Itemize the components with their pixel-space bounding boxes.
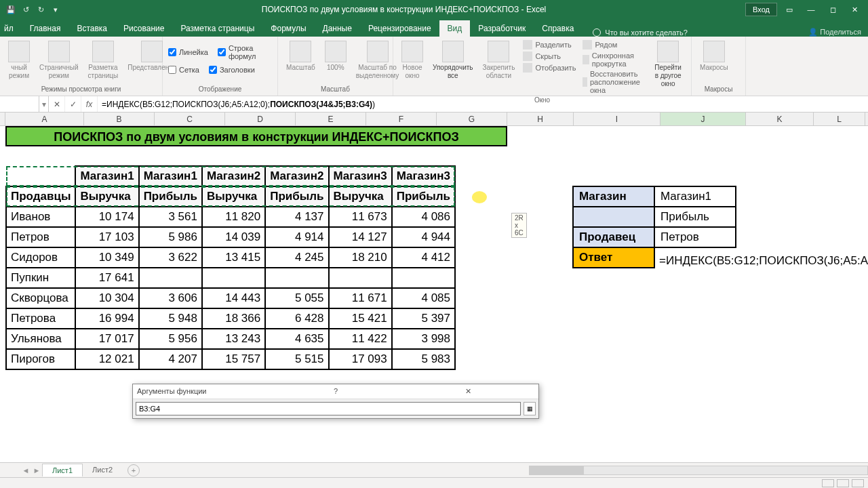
cell-C4[interactable]: Прибыль <box>139 186 202 207</box>
side-r2-label[interactable] <box>573 207 654 227</box>
col-L[interactable]: L <box>814 113 865 125</box>
side-r3-val[interactable]: Петров <box>654 227 736 247</box>
sheet-tab-2[interactable]: Лист2 <box>83 464 122 476</box>
cell-C3[interactable]: Магазин1 <box>139 166 202 186</box>
col-J[interactable]: J <box>660 113 746 125</box>
col-F[interactable]: F <box>366 113 437 125</box>
table-cell[interactable] <box>265 268 328 288</box>
new-window-button[interactable]: Новое окно <box>399 39 426 81</box>
horizontal-scrollbar[interactable] <box>529 466 868 475</box>
table-cell[interactable]: 17 103 <box>75 227 138 247</box>
col-K[interactable]: K <box>746 113 814 125</box>
tab-insert[interactable]: Вставка <box>68 20 115 37</box>
view-pagebreak-icon[interactable] <box>852 479 864 487</box>
table-cell[interactable]: 12 021 <box>75 349 138 369</box>
table-cell[interactable]: 10 304 <box>75 288 138 308</box>
table-cell[interactable]: 15 757 <box>202 349 265 369</box>
view-layout-icon[interactable] <box>837 479 849 487</box>
ribbon-options-icon[interactable]: ▭ <box>780 3 799 16</box>
tab-draw[interactable]: Рисование <box>115 20 172 37</box>
table-cell[interactable]: 14 039 <box>202 227 265 247</box>
close-icon[interactable]: ✕ <box>845 3 864 16</box>
table-cell[interactable]: 5 515 <box>265 349 328 369</box>
reset-pos-button[interactable]: Восстановить расположение окна <box>581 69 646 95</box>
dialog-range-input[interactable] <box>136 402 521 415</box>
table-cell[interactable]: 5 055 <box>265 288 328 308</box>
view-normal-icon[interactable] <box>822 479 834 487</box>
table-cell[interactable]: Петров <box>6 227 75 247</box>
dialog-help-icon[interactable]: ? <box>269 387 401 396</box>
table-cell[interactable]: 18 210 <box>329 247 392 268</box>
cell-D4[interactable]: Выручка <box>202 186 265 207</box>
undo-icon[interactable]: ↺ <box>19 3 33 16</box>
table-cell[interactable]: 4 944 <box>392 227 455 247</box>
table-cell[interactable]: 4 635 <box>265 329 328 349</box>
table-cell[interactable]: 4 245 <box>265 247 328 268</box>
table-cell[interactable]: 6 428 <box>265 308 328 329</box>
side-r2-val[interactable]: Прибыль <box>654 207 736 227</box>
table-cell[interactable]: 5 397 <box>392 308 455 329</box>
cell-F4[interactable]: Выручка <box>329 186 392 207</box>
col-B[interactable]: B <box>84 113 155 125</box>
col-C[interactable]: C <box>155 113 225 125</box>
table-cell[interactable]: Пирогов <box>6 349 75 369</box>
freeze-panes-button[interactable]: Закрепить области <box>480 39 518 81</box>
side-r1-val[interactable]: Магазин1 <box>654 186 736 207</box>
pagelayout-view-button[interactable]: Разметка страницы <box>85 39 121 81</box>
tab-pagelayout[interactable]: Разметка страницы <box>172 20 262 37</box>
sheet-tab-1[interactable]: Лист1 <box>42 464 83 476</box>
table-cell[interactable]: Сидоров <box>6 247 75 268</box>
gridlines-checkbox[interactable]: Сетка <box>168 65 199 75</box>
table-cell[interactable]: 4 137 <box>265 207 328 227</box>
table-cell[interactable]: 16 994 <box>75 308 138 329</box>
tab-review[interactable]: Рецензирование <box>360 20 439 37</box>
macros-button[interactable]: Макросы <box>697 39 731 73</box>
cell-D3[interactable]: Магазин2 <box>202 166 265 186</box>
col-G[interactable]: G <box>437 113 507 125</box>
headings-checkbox[interactable]: Заголовки <box>209 65 255 75</box>
table-cell[interactable] <box>139 268 202 288</box>
hide-button[interactable]: Скрыть <box>521 51 577 62</box>
dialog-close-icon[interactable]: ✕ <box>402 387 534 396</box>
table-cell[interactable]: 17 093 <box>329 349 392 369</box>
col-H[interactable]: H <box>507 113 574 125</box>
formula-input[interactable]: =ИНДЕКС(B5:G12;ПОИСКПОЗ(J6;A5:A12;0);ПОИ… <box>98 96 868 112</box>
sync-scroll-button[interactable]: Синхронная прокрутка <box>581 51 646 68</box>
select-all-corner[interactable] <box>0 113 5 125</box>
table-cell[interactable]: Иванов <box>6 207 75 227</box>
qat-more-icon[interactable]: ▾ <box>49 3 62 16</box>
table-cell[interactable]: 5 983 <box>392 349 455 369</box>
table-cell[interactable]: 3 998 <box>392 329 455 349</box>
table-cell[interactable]: 3 561 <box>139 207 202 227</box>
tab-help[interactable]: Справка <box>534 20 582 37</box>
table-cell[interactable]: 18 366 <box>202 308 265 329</box>
sheet-nav-prev-icon[interactable]: ◄ <box>20 466 31 474</box>
formulabar-checkbox[interactable]: Строка формул <box>218 43 272 61</box>
tab-formulas[interactable]: Формулы <box>262 20 314 37</box>
table-cell[interactable]: Ульянова <box>6 329 75 349</box>
table-cell[interactable]: 11 673 <box>329 207 392 227</box>
side-r3-label[interactable]: Продавец <box>573 227 654 247</box>
cell-G4[interactable]: Прибыль <box>392 186 455 207</box>
confirm-edit-icon[interactable]: ✓ <box>65 96 81 112</box>
cell-E3[interactable]: Магазин2 <box>265 166 328 186</box>
unhide-button[interactable]: Отобразить <box>521 62 577 73</box>
table-cell[interactable]: 14 127 <box>329 227 392 247</box>
table-cell[interactable]: 4 412 <box>392 247 455 268</box>
normal-view-button[interactable]: чный режим <box>5 39 33 81</box>
table-cell[interactable]: 11 671 <box>329 288 392 308</box>
cell-A4[interactable]: Продавцы <box>6 186 75 207</box>
table-cell[interactable]: Пупкин <box>6 268 75 288</box>
table-cell[interactable]: 5 948 <box>139 308 202 329</box>
split-button[interactable]: Разделить <box>521 39 577 50</box>
tab-view[interactable]: Вид <box>439 20 471 37</box>
table-cell[interactable]: 3 622 <box>139 247 202 268</box>
cell-F3[interactable]: Магазин3 <box>329 166 392 186</box>
main-data-table[interactable]: Магазин1 Магазин1 Магазин2 Магазин2 Мага… <box>5 165 456 370</box>
table-cell[interactable]: 5 956 <box>139 329 202 349</box>
table-cell[interactable]: 15 421 <box>329 308 392 329</box>
table-cell[interactable] <box>329 268 392 288</box>
add-sheet-icon[interactable]: + <box>127 464 140 476</box>
table-cell[interactable] <box>392 268 455 288</box>
table-cell[interactable]: 4 085 <box>392 288 455 308</box>
